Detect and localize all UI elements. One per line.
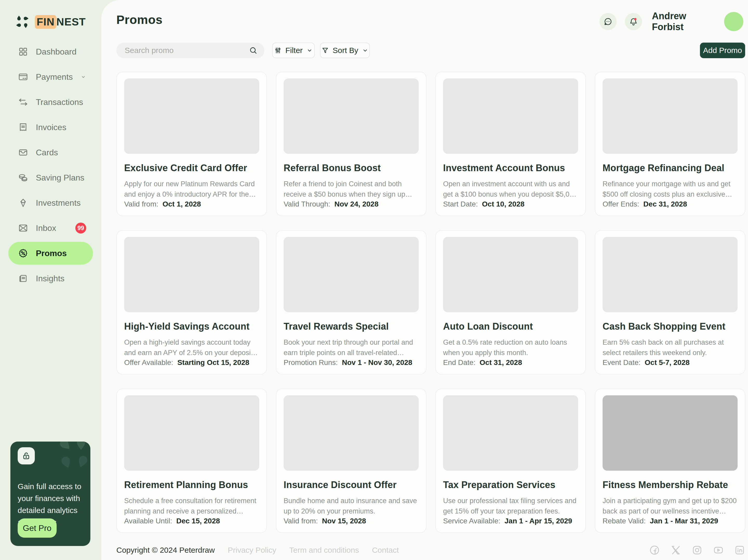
sidebar-nav: Dashboard Payments Transactions Invoices xyxy=(8,40,93,292)
promo-date-row: Rebate Valid: Jan 1 - Mar 31, 2029 xyxy=(603,517,738,525)
promo-title: Exclusive Credit Card Offer xyxy=(124,163,259,173)
promo-date-value: Starting Oct 15, 2028 xyxy=(178,358,249,367)
search-box xyxy=(116,43,264,58)
user-name[interactable]: Andrew Forbist xyxy=(652,13,720,30)
promo-description: Bundle home and auto insurance and save … xyxy=(284,496,419,516)
sidebar-item-saving-plans[interactable]: Saving Plans xyxy=(8,166,93,189)
brand-logo: FINNEST xyxy=(15,15,86,29)
promo-card[interactable]: Retirement Planning Bonus Schedule a fre… xyxy=(116,389,267,533)
promo-description: Book your next trip through our portal a… xyxy=(284,337,419,358)
promo-date-label: Available Until: xyxy=(124,517,172,525)
promo-card[interactable]: Referral Bonus Boost Refer a friend to j… xyxy=(276,72,426,216)
promo-description: Join a participating gym and get up to $… xyxy=(603,496,738,516)
messages-button[interactable] xyxy=(600,13,616,30)
chevron-down-icon[interactable] xyxy=(80,73,86,81)
receipt-icon xyxy=(18,122,28,132)
facebook-icon[interactable] xyxy=(649,544,660,556)
instagram-icon[interactable] xyxy=(692,544,703,556)
sidebar-item-investments[interactable]: Investments xyxy=(8,191,93,214)
promo-title: Investment Account Bonus xyxy=(443,163,578,173)
sidebar-item-payments[interactable]: Payments xyxy=(8,66,93,88)
promo-date-label: Start Date: xyxy=(443,200,478,208)
promo-date-value: Jan 1 - Mar 31, 2029 xyxy=(650,517,718,525)
promo-date-label: Event Date: xyxy=(603,358,640,367)
promo-date-row: Available Until: Dec 15, 2028 xyxy=(124,517,259,525)
promo-image-placeholder xyxy=(603,78,738,154)
footer-link-contact[interactable]: Contact xyxy=(372,546,399,555)
sidebar-item-cards[interactable]: Cards xyxy=(8,141,93,164)
promo-card[interactable]: High-Yield Savings Account Open a high-y… xyxy=(116,230,267,375)
promo-date-row: Valid from: Nov 15, 2028 xyxy=(284,517,419,525)
x-icon[interactable] xyxy=(670,544,681,556)
sidebar-item-promos[interactable]: Promos xyxy=(8,242,93,265)
sidebar-item-dashboard[interactable]: Dashboard xyxy=(8,40,93,63)
sidebar-item-insights[interactable]: Insights xyxy=(8,267,93,290)
sidebar-item-label: Saving Plans xyxy=(36,173,85,183)
promo-card[interactable]: Mortgage Refinancing Deal Refinance your… xyxy=(595,72,745,216)
promo-date-label: Valid from: xyxy=(284,517,318,525)
promo-date-row: Valid from: Oct 1, 2028 xyxy=(124,200,259,208)
sidebar-item-inbox[interactable]: Inbox 99 xyxy=(8,217,93,239)
promo-card[interactable]: Fitness Membership Rebate Join a partici… xyxy=(595,389,745,533)
news-icon xyxy=(18,274,28,283)
promo-title: Tax Preparation Services xyxy=(443,480,578,490)
brand-name-highlight: FIN xyxy=(35,15,56,29)
sort-label: Sort By xyxy=(333,46,358,55)
sidebar-item-transactions[interactable]: Transactions xyxy=(8,91,93,114)
gem-icon xyxy=(18,198,28,208)
youtube-icon[interactable] xyxy=(713,544,724,556)
sort-by-button[interactable]: Sort By xyxy=(320,43,370,58)
promo-date-value: Nov 15, 2028 xyxy=(322,517,366,525)
promo-card[interactable]: Cash Back Shopping Event Earn 5% cash ba… xyxy=(595,230,745,375)
wallet-card-icon xyxy=(18,147,28,157)
footer-link-privacy-policy[interactable]: Privacy Policy xyxy=(228,546,276,555)
upgrade-pro-card: Gain full access to your finances with d… xyxy=(10,442,90,546)
promo-description: Open a high-yield savings account today … xyxy=(124,337,259,358)
main-content: Promos Andrew Forbist Filter xyxy=(101,0,748,560)
promo-date-label: Promotion Runs: xyxy=(284,358,338,367)
promo-image-placeholder xyxy=(443,237,578,312)
promo-date-row: Event Date: Oct 5-7, 2028 xyxy=(603,358,738,367)
avatar[interactable] xyxy=(724,12,743,31)
promo-image-placeholder xyxy=(443,395,578,471)
notification-dot xyxy=(634,18,637,20)
notifications-button[interactable] xyxy=(625,13,642,30)
promo-date-value: Oct 10, 2028 xyxy=(482,200,524,208)
promo-description: Apply for our new Platinum Rewards Card … xyxy=(124,179,259,200)
get-pro-button[interactable]: Get Pro xyxy=(18,518,56,538)
promo-title: Auto Loan Discount xyxy=(443,321,578,332)
footer-link-terms[interactable]: Term and conditions xyxy=(289,546,359,555)
add-promo-button[interactable]: Add Promo xyxy=(700,43,745,58)
promo-card[interactable]: Exclusive Credit Card Offer Apply for ou… xyxy=(116,72,267,216)
promo-card[interactable]: Travel Rewards Special Book your next tr… xyxy=(276,230,426,375)
promo-date-row: Offer Available: Starting Oct 15, 2028 xyxy=(124,358,259,367)
sidebar-item-invoices[interactable]: Invoices xyxy=(8,116,93,139)
sliders-icon xyxy=(274,46,282,54)
promo-date-row: Offer Ends: Dec 31, 2028 xyxy=(603,200,738,208)
promo-date-row: Valid Through: Nov 24, 2028 xyxy=(284,200,419,208)
copyright-text: Copyright © 2024 Peterdraw xyxy=(116,546,215,555)
promo-card[interactable]: Insurance Discount Offer Bundle home and… xyxy=(276,389,426,533)
promo-card[interactable]: Auto Loan Discount Get a 0.5% rate reduc… xyxy=(435,230,586,375)
promo-date-value: Oct 31, 2028 xyxy=(480,358,522,367)
promo-title: Insurance Discount Offer xyxy=(284,480,419,490)
page-title: Promos xyxy=(116,13,163,27)
linkedin-icon[interactable] xyxy=(734,544,745,556)
promo-date-label: Service Available: xyxy=(443,517,500,525)
chevron-down-icon xyxy=(362,47,369,54)
promo-title: Mortgage Refinancing Deal xyxy=(603,163,738,173)
brand-name-rest: NEST xyxy=(56,16,86,28)
promo-card[interactable]: Investment Account Bonus Open an investm… xyxy=(435,72,586,216)
promo-image-placeholder xyxy=(284,78,419,154)
promo-date-row: End Date: Oct 31, 2028 xyxy=(443,358,578,367)
promo-date-value: Dec 15, 2028 xyxy=(177,517,220,525)
filter-button[interactable]: Filter xyxy=(272,43,315,58)
promo-description: Use our professional tax filing services… xyxy=(443,496,578,516)
search-icon[interactable] xyxy=(249,46,258,55)
promo-date-row: Start Date: Oct 10, 2028 xyxy=(443,200,578,208)
promo-date-row: Promotion Runs: Nov 1 - Nov 30, 2028 xyxy=(284,358,419,367)
footer: Copyright © 2024 Peterdraw Privacy Polic… xyxy=(116,544,745,556)
search-input[interactable] xyxy=(125,46,249,55)
promo-description: Earn 5% cash back on all purchases at se… xyxy=(603,337,738,358)
promo-card[interactable]: Tax Preparation Services Use our profess… xyxy=(435,389,586,533)
